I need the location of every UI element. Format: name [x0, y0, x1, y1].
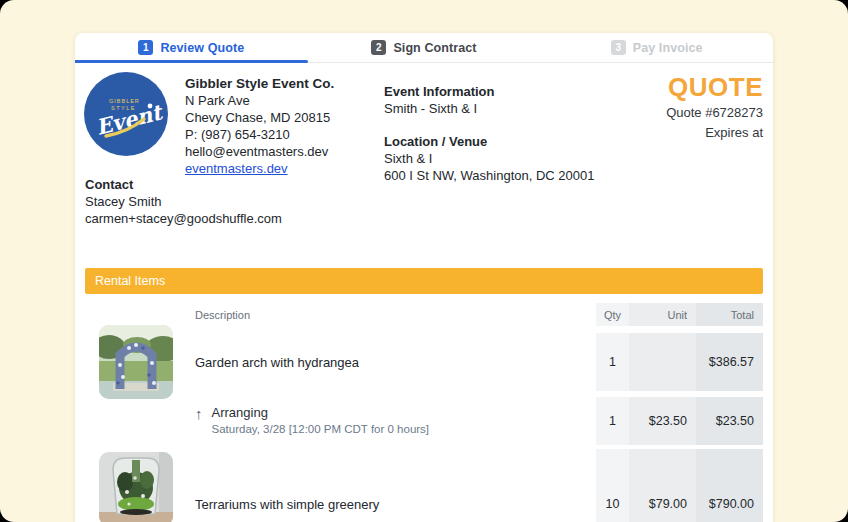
- step-1-badge: 1: [138, 40, 153, 55]
- event-info-heading: Event Information: [384, 83, 595, 100]
- table-row: Garden arch with hydrangea 1 $386.57: [85, 333, 763, 391]
- item-unit: $23.50: [629, 397, 696, 445]
- contact-heading: Contact: [85, 176, 282, 193]
- company-info: Gibbler Style Event Co. N Park Ave Chevy…: [185, 75, 334, 177]
- company-address-line2: Chevy Chase, MD 20815: [185, 109, 334, 126]
- quote-meta: QUOTE Quote #6728273 Expires at: [666, 74, 763, 141]
- item-qty: 1: [596, 397, 629, 445]
- tab-pay-invoice[interactable]: 3 Pay Invoice: [540, 33, 773, 62]
- location-heading: Location / Venue: [384, 133, 595, 150]
- terrarium-photo: [99, 452, 173, 522]
- svg-text:GIBBLER: GIBBLER: [109, 98, 140, 104]
- table-row: ↑ Arranging Saturday, 3/28 [12:00 PM CDT…: [85, 397, 763, 445]
- step-2-badge: 2: [371, 40, 386, 55]
- item-total: $23.50: [696, 397, 763, 445]
- progress-tabs: 1 Review Quote 2 Sign Contract 3 Pay Inv…: [75, 33, 773, 63]
- contact-info: Contact Stacey Smith carmen+stacey@goods…: [85, 176, 282, 227]
- column-unit: Unit: [629, 303, 696, 326]
- quote-number: Quote #6728273: [666, 104, 763, 121]
- venue-address: 600 I St NW, Washington, DC 20001: [384, 167, 595, 184]
- subitem-description: Arranging: [212, 405, 430, 421]
- tab-sign-contract[interactable]: 2 Sign Contract: [308, 33, 541, 62]
- column-description: Description: [195, 303, 596, 326]
- quote-card: 1 Review Quote 2 Sign Contract 3 Pay Inv…: [75, 33, 773, 522]
- tab-pay-invoice-label: Pay Invoice: [633, 41, 703, 55]
- item-description: Garden arch with hydrangea: [195, 333, 596, 391]
- step-3-badge: 3: [611, 40, 626, 55]
- venue-name: Sixth & I: [384, 150, 595, 167]
- quote-page: 1 Review Quote 2 Sign Contract 3 Pay Inv…: [0, 0, 848, 522]
- arrow-up-icon: ↑: [195, 406, 203, 422]
- quote-title: QUOTE: [666, 74, 763, 101]
- company-address-line1: N Park Ave: [185, 92, 334, 109]
- item-description: Terrariums with simple greenery: [195, 449, 596, 522]
- contact-email: carmen+stacey@goodshuffle.com: [85, 210, 282, 227]
- table-row: Terrariums with simple greenery 10 $79.0…: [85, 449, 763, 522]
- event-name: Smith - Sixth & I: [384, 100, 595, 117]
- quote-expiry: Expires at: [666, 124, 763, 141]
- item-total: $386.57: [696, 333, 763, 391]
- tab-review-quote[interactable]: 1 Review Quote: [75, 33, 308, 62]
- column-qty: Qty: [596, 303, 629, 326]
- company-website-link[interactable]: eventmasters.dev: [185, 161, 288, 176]
- rental-items-table: Description Qty Unit Total: [85, 303, 763, 522]
- rental-items-heading: Rental Items: [95, 274, 165, 288]
- company-logo: GIBBLER STYLE Event Co.: [84, 72, 168, 156]
- tab-sign-contract-label: Sign Contract: [393, 41, 476, 55]
- contact-name: Stacey Smith: [85, 193, 282, 210]
- company-email: hello@eventmasters.dev: [185, 143, 334, 160]
- company-name: Gibbler Style Event Co.: [185, 75, 334, 92]
- table-header-row: Description Qty Unit Total: [85, 303, 763, 326]
- item-qty: 1: [596, 333, 629, 391]
- company-phone: P: (987) 654-3210: [185, 126, 334, 143]
- event-info: Event Information Smith - Sixth & I Loca…: [384, 83, 595, 184]
- tab-review-quote-label: Review Quote: [160, 41, 244, 55]
- item-total: $790.00: [696, 449, 763, 522]
- item-qty: 10: [596, 449, 629, 522]
- rental-items-header: Rental Items: [85, 268, 763, 294]
- item-unit: [629, 333, 696, 391]
- garden-arch-photo: [99, 325, 173, 399]
- subitem-schedule: Saturday, 3/28 [12:00 PM CDT for 0 hours…: [212, 422, 430, 437]
- column-total: Total: [696, 303, 763, 326]
- item-unit: $79.00: [629, 449, 696, 522]
